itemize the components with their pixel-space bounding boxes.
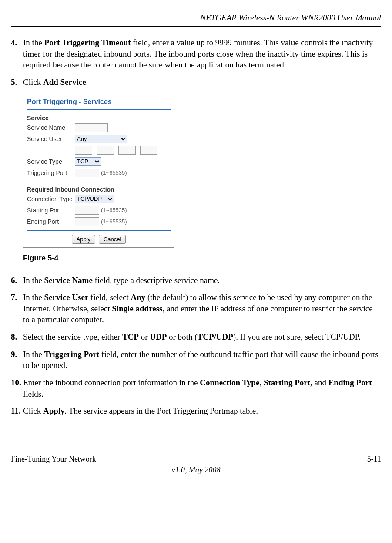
label-connection-type: Connection Type — [27, 196, 75, 202]
footer-page-number: 5-11 — [367, 455, 381, 464]
figure-5-4: Port Triggering - Services Service Servi… — [23, 94, 381, 248]
section-service: Service — [27, 115, 171, 121]
port-range-hint: (1~65535) — [101, 218, 127, 225]
row-service-type: Service Type TCP — [27, 156, 171, 167]
step-body: Click Apply. The service appears in the … — [23, 405, 381, 417]
step-4: 4. In the Port Triggering Timeout field,… — [11, 37, 381, 71]
row-ending-port: Ending Port (1~65535) — [27, 216, 171, 227]
step-body: In the Port Triggering Timeout field, en… — [23, 37, 381, 71]
label-service-user: Service User — [27, 135, 75, 142]
step-number: 11. — [11, 405, 23, 417]
port-range-hint: (1~65535) — [101, 207, 127, 213]
step-body: In the Triggering Port field, enter the … — [23, 349, 381, 371]
row-connection-type: Connection Type TCP/UDP — [27, 194, 171, 204]
label-starting-port: Starting Port — [27, 207, 75, 214]
label-service-type: Service Type — [27, 158, 75, 165]
label-ending-port: Ending Port — [27, 218, 75, 225]
ip-octet-3[interactable] — [118, 146, 136, 155]
step-number: 5. — [11, 77, 23, 88]
step-number: 4. — [11, 37, 23, 71]
step-number: 6. — [11, 275, 23, 286]
step-8: 8. Select the service type, either TCP o… — [11, 331, 381, 343]
row-service-name: Service Name — [27, 122, 171, 133]
ip-octet-1[interactable] — [75, 146, 92, 155]
label-triggering-port: Triggering Port — [27, 169, 75, 176]
footer-version: v1.0, May 2008 — [11, 465, 381, 475]
step-5: 5. Click Add Service. — [11, 77, 381, 88]
cancel-button[interactable]: Cancel — [99, 235, 126, 244]
divider — [27, 109, 171, 110]
step-number: 7. — [11, 292, 23, 325]
step-body: Click Add Service. — [23, 77, 381, 88]
instruction-list: 4. In the Port Triggering Timeout field,… — [11, 37, 381, 88]
service-type-select[interactable]: TCP — [75, 157, 101, 166]
service-user-select[interactable]: Any — [75, 135, 127, 143]
divider — [27, 182, 171, 182]
ending-port-input[interactable] — [75, 217, 99, 226]
router-ui-panel: Port Triggering - Services Service Servi… — [23, 94, 174, 248]
instruction-list-cont: 6. In the Service Name field, type a des… — [11, 275, 381, 417]
page-header: NETGEAR Wireless-N Router WNR2000 User M… — [11, 13, 381, 27]
row-ip: . . . — [27, 145, 171, 155]
label-service-name: Service Name — [27, 124, 75, 131]
step-number: 8. — [11, 331, 23, 343]
step-number: 10. — [11, 377, 23, 399]
ip-octet-4[interactable] — [140, 146, 157, 155]
step-body: Enter the inbound connection port inform… — [23, 377, 381, 399]
starting-port-input[interactable] — [75, 206, 99, 215]
step-body: In the Service User field, select Any (t… — [23, 292, 381, 325]
step-10: 10. Enter the inbound connection port in… — [11, 377, 381, 399]
step-6: 6. In the Service Name field, type a des… — [11, 275, 381, 286]
row-service-user: Service User Any — [27, 134, 171, 144]
panel-title: Port Triggering - Services — [27, 97, 171, 108]
service-name-input[interactable] — [75, 123, 108, 132]
connection-type-select[interactable]: TCP/UDP — [75, 195, 114, 203]
apply-button[interactable]: Apply — [72, 235, 96, 244]
step-body: Select the service type, either TCP or U… — [23, 331, 381, 343]
button-row: Apply Cancel — [27, 235, 171, 244]
footer-section: Fine-Tuning Your Network — [11, 455, 96, 464]
section-inbound: Required Inbound Connection — [27, 186, 171, 193]
page-footer: Fine-Tuning Your Network 5-11 v1.0, May … — [11, 452, 381, 475]
step-number: 9. — [11, 349, 23, 371]
figure-caption: Figure 5-4 — [23, 254, 381, 263]
step-9: 9. In the Triggering Port field, enter t… — [11, 349, 381, 371]
step-7: 7. In the Service User field, select Any… — [11, 292, 381, 325]
row-starting-port: Starting Port (1~65535) — [27, 205, 171, 216]
step-11: 11. Click Apply. The service appears in … — [11, 405, 381, 417]
divider — [27, 230, 171, 231]
port-range-hint: (1~65535) — [101, 169, 127, 176]
ip-octet-2[interactable] — [97, 146, 114, 155]
row-triggering-port: Triggering Port (1~65535) — [27, 168, 171, 178]
triggering-port-input[interactable] — [75, 169, 99, 177]
step-body: In the Service Name field, type a descri… — [23, 275, 381, 286]
header-title: NETGEAR Wireless-N Router WNR2000 User M… — [200, 13, 381, 22]
